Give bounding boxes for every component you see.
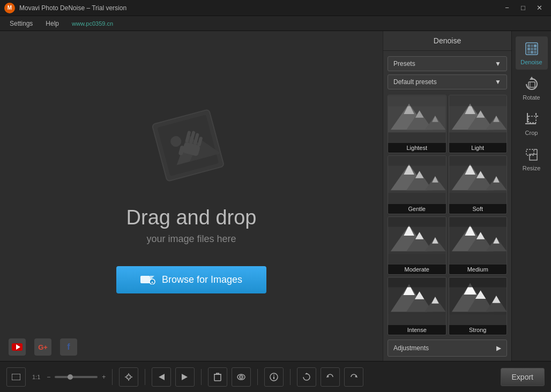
main-layout: Drag and drop your image files here + Br… [0, 31, 551, 361]
menu-settings[interactable]: Settings [4, 18, 38, 29]
window-controls: − □ ✕ [500, 2, 547, 14]
presets-dropdown[interactable]: Presets ▼ [388, 56, 507, 71]
presets-dropdown-arrow: ▼ [495, 60, 501, 67]
preset-lightest-label: Lightest [388, 143, 446, 153]
svg-rect-89 [531, 51, 533, 54]
drag-title: Drag and drop [126, 206, 257, 229]
separator-4 [257, 369, 258, 385]
svg-rect-86 [531, 48, 533, 50]
default-presets-label: Default presets [393, 78, 437, 86]
browse-icon: + [140, 273, 155, 287]
resize-icon [524, 147, 540, 163]
zoom-out-icon: − [47, 373, 50, 381]
bottom-toolbar: 1:1 − + Export [0, 361, 551, 392]
preset-strong-label: Strong [449, 325, 507, 335]
svg-marker-106 [182, 374, 188, 380]
svg-rect-90 [534, 51, 537, 54]
fit-view-button[interactable] [6, 367, 26, 387]
export-button[interactable]: Export [501, 368, 545, 386]
titlebar: M Movavi Photo DeNoise – Trial version −… [0, 0, 551, 16]
titlebar-left: M Movavi Photo DeNoise – Trial version [4, 3, 126, 13]
svg-rect-88 [527, 51, 530, 54]
svg-point-117 [273, 374, 274, 375]
tool-sidebar: Denoise Rotate [511, 31, 551, 361]
adjustments-label: Adjustments [393, 344, 429, 352]
preset-intense-label: Intense [388, 325, 446, 335]
preset-gentle-label: Gentle [388, 204, 446, 214]
preview-button[interactable] [232, 367, 251, 387]
svg-marker-105 [159, 374, 165, 380]
info-button[interactable] [264, 367, 284, 387]
svg-rect-96 [528, 116, 536, 123]
undo-button[interactable] [321, 367, 340, 387]
menu-help[interactable]: Help [40, 18, 64, 29]
tool-denoise[interactable]: Denoise [516, 36, 548, 70]
redo-button[interactable] [344, 367, 363, 387]
svg-rect-72 [388, 278, 446, 288]
facebook-icon[interactable]: f [60, 338, 77, 356]
rotate-icon [524, 76, 540, 92]
drop-zone-icon [143, 99, 240, 195]
separator-1 [112, 369, 113, 385]
prev-button[interactable] [152, 367, 171, 387]
rotate-label: Rotate [523, 94, 540, 101]
svg-rect-64 [449, 217, 507, 227]
crop-icon [524, 111, 540, 127]
delete-button[interactable] [208, 367, 227, 387]
zoom-level: 1:1 [30, 374, 42, 380]
preset-medium-label: Medium [449, 265, 507, 274]
svg-marker-118 [305, 373, 308, 374]
preset-soft[interactable]: Soft [449, 155, 508, 214]
svg-rect-24 [388, 96, 446, 107]
svg-rect-83 [531, 44, 533, 47]
panel-title: Denoise [383, 31, 511, 51]
denoise-panel: Denoise Presets ▼ Default presets ▼ [383, 31, 511, 361]
googleplus-icon[interactable]: G+ [34, 338, 51, 356]
preset-lightest[interactable]: Lightest [388, 95, 446, 153]
separator-3 [201, 369, 202, 385]
adjustments-bar[interactable]: Adjustments ▶ [388, 340, 507, 357]
preset-strong[interactable]: Strong [449, 277, 508, 335]
svg-rect-56 [388, 217, 446, 227]
svg-rect-87 [534, 48, 537, 50]
preset-intense[interactable]: Intense [388, 277, 446, 335]
svg-rect-92 [528, 82, 535, 87]
close-button[interactable]: ✕ [532, 2, 547, 14]
tool-crop[interactable]: Crop [516, 107, 548, 140]
social-bar: G+ f [9, 338, 77, 356]
watermark: www.pc0359.cn [72, 20, 113, 27]
tool-resize[interactable]: Resize [516, 142, 548, 176]
default-presets-dropdown[interactable]: Default presets ▼ [388, 74, 507, 89]
minimize-button[interactable]: − [500, 2, 515, 14]
preset-moderate[interactable]: Moderate [388, 216, 446, 275]
preset-light[interactable]: Light [449, 95, 508, 153]
preset-gentle[interactable]: Gentle [388, 155, 446, 214]
menubar: Settings Help www.pc0359.cn [0, 16, 551, 31]
svg-marker-91 [530, 77, 534, 80]
preset-soft-label: Soft [449, 204, 507, 214]
preset-light-label: Light [449, 143, 507, 153]
preset-moderate-label: Moderate [388, 265, 446, 274]
separator-2 [145, 369, 145, 385]
svg-rect-103 [12, 374, 20, 380]
refresh-button[interactable] [297, 367, 316, 387]
preset-medium[interactable]: Medium [449, 216, 508, 275]
svg-rect-84 [534, 44, 537, 47]
zoom-in-icon: + [102, 373, 106, 381]
zoom-slider[interactable] [55, 376, 98, 378]
youtube-icon[interactable] [9, 338, 26, 356]
tool-rotate[interactable]: Rotate [516, 72, 548, 105]
denoise-label: Denoise [520, 59, 542, 65]
adjustments-arrow: ▶ [496, 344, 501, 352]
default-presets-arrow: ▼ [495, 78, 501, 86]
zoom-thumb [68, 374, 73, 380]
pan-tool-button[interactable] [119, 367, 138, 387]
next-button[interactable] [175, 367, 195, 387]
svg-rect-48 [449, 156, 507, 166]
resize-label: Resize [523, 165, 541, 171]
maximize-button[interactable]: □ [516, 2, 531, 14]
preset-grid: Lightest Light [383, 95, 511, 335]
crop-label: Crop [525, 130, 538, 136]
browse-button[interactable]: + Browse for Images [116, 266, 266, 293]
drag-subtitle: your image files here [146, 233, 236, 245]
